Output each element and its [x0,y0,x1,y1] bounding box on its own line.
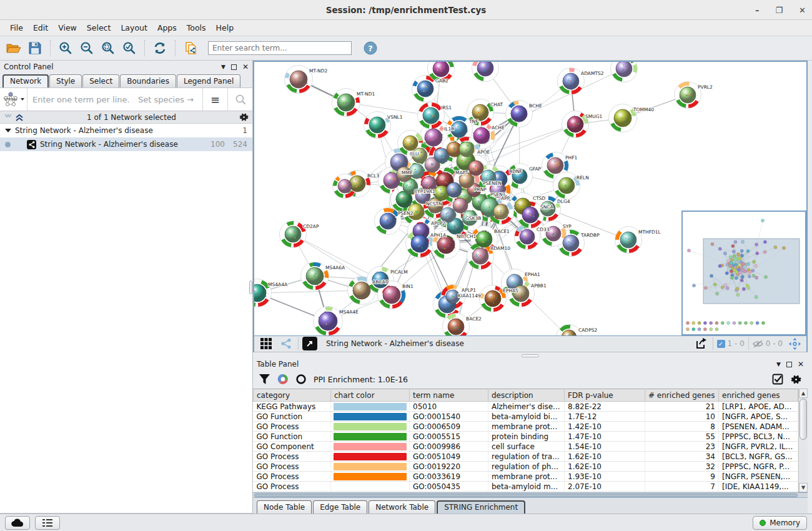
grid-view-button[interactable] [258,337,274,350]
horizontal-scrollbar[interactable] [253,492,808,497]
table-row[interactable]: GO ComponentGO:0009986cell surface1.54E-… [254,442,798,452]
string-protein-query-button[interactable]: STRING [0,88,27,111]
share-network-button[interactable] [278,337,294,350]
menu-layout[interactable]: Layout [116,21,152,34]
network-node[interactable] [319,312,337,330]
table-row[interactable]: GO ProcessGO:0006509membrane prot...1.42… [254,422,798,432]
zoom-in-button[interactable] [56,39,76,57]
table-row[interactable]: KEGG Pathways05010Alzheimer's dise...8.8… [254,402,798,412]
memory-button[interactable]: Memory [753,516,807,530]
gear-icon[interactable] [239,112,249,122]
panel-menu-icon[interactable]: ▼ [221,64,225,70]
column-header-term-name[interactable]: term name [410,389,488,402]
open-session-button[interactable] [4,39,24,57]
column-header-chart-color[interactable]: chart color [331,389,410,402]
string-options-button[interactable]: ≡ [202,88,227,111]
tab-select[interactable]: Select [82,74,119,87]
float-panel-icon[interactable] [786,362,792,367]
network-node[interactable] [448,319,464,335]
tree-row[interactable]: String Network - Alzheimer's disease1 [0,124,252,137]
search-input[interactable] [208,41,352,55]
task-history-button[interactable] [35,516,60,530]
menu-tools[interactable]: Tools [182,21,211,34]
tab-network-table[interactable]: Network Table [369,500,435,514]
panel-splitter-grip[interactable] [249,280,252,294]
panel-menu-icon[interactable]: ▼ [776,361,781,367]
tree-row[interactable]: String Network - Alzheimer's disease1005… [0,137,252,151]
menu-help[interactable]: Help [211,21,239,34]
filter-icon[interactable] [259,374,270,384]
network-node[interactable] [567,116,583,132]
column-header-category[interactable]: category [254,389,331,402]
network-node[interactable] [459,142,474,157]
scrollbar-thumb[interactable] [800,399,807,440]
menu-file[interactable]: File [5,21,28,34]
ring-chart-icon[interactable] [296,374,306,384]
network-node[interactable] [447,182,462,197]
network-node[interactable] [349,176,365,192]
expand-all-icon[interactable] [15,114,24,121]
collapse-all-icon[interactable] [4,114,12,121]
export-network-button[interactable] [693,337,709,350]
menu-view[interactable]: View [53,21,82,34]
expand-arrow-icon[interactable] [5,128,11,133]
horizontal-splitter[interactable] [253,352,808,359]
refresh-button[interactable] [150,39,170,57]
column-header-FDR-p-value[interactable]: FDR p-value [565,389,645,402]
network-node[interactable] [383,286,400,304]
tab-boundaries[interactable]: Boundaries [120,74,176,87]
tab-style[interactable]: Style [49,74,82,87]
network-view[interactable]: MT-ND2MT-ND1VSNL1GAB2ADAMTS2PVRL2TOMM40S… [253,61,808,335]
table-row[interactable]: GO FunctionGO:0001540beta-amyloid bi...1… [254,412,798,422]
close-panel-icon[interactable]: ✕ [242,62,249,71]
network-node[interactable] [417,81,433,97]
vertical-scrollbar[interactable]: ▲ ▼ [798,389,808,492]
tab-string-enrichment[interactable]: STRING Enrichment [437,500,525,514]
copy-network-button[interactable] [181,39,201,57]
network-node[interactable] [285,226,301,242]
select-columns-icon[interactable] [772,374,783,385]
string-search-button[interactable] [227,88,252,111]
column-header-description[interactable]: description [488,389,565,402]
network-node[interactable] [353,282,370,299]
table-row[interactable]: GO ProcessGO:0019220regulation of ph...1… [254,462,798,472]
menu-apps[interactable]: Apps [152,21,182,34]
fit-selected-button[interactable] [786,337,803,350]
save-session-button[interactable] [25,39,45,57]
zoom-selected-button[interactable] [119,39,139,57]
menu-select[interactable]: Select [82,21,116,34]
network-node[interactable] [433,62,449,77]
zoom-fit-button[interactable] [98,39,118,57]
zoom-out-button[interactable] [77,39,97,57]
tab-node-table[interactable]: Node Table [257,500,312,514]
close-button[interactable]: ✕ [799,6,806,15]
network-node[interactable] [493,204,508,219]
tab-edge-table[interactable]: Edge Table [313,500,367,514]
help-button[interactable]: ? [360,39,380,57]
table-row[interactable]: GO ProcessGO:0051049regulation of tra...… [254,452,798,462]
maximize-button[interactable]: ❐ [775,6,783,15]
cloud-tasks-button[interactable] [5,516,30,530]
gear-icon[interactable] [791,374,801,385]
string-term-input[interactable]: Enter one term per line. Set species → [27,95,202,104]
float-panel-icon[interactable] [231,64,237,70]
tab-network[interactable]: Network [2,74,49,87]
scroll-down-arrow[interactable]: ▼ [799,483,808,492]
column-header-enriched-genes[interactable]: enriched genes [719,389,798,402]
scroll-up-arrow[interactable]: ▲ [799,389,808,398]
species-hint[interactable]: Set species → [138,95,197,104]
annotation-mode-button[interactable] [302,337,317,350]
network-node[interactable] [547,157,563,174]
table-row[interactable]: GO FunctionGO:0005515protein binding1.47… [254,432,798,442]
network-node[interactable] [290,71,307,88]
birds-eye-view[interactable] [681,211,806,335]
menu-edit[interactable]: Edit [28,21,53,34]
network-node[interactable] [616,62,632,77]
network-node[interactable] [620,232,636,248]
network-node[interactable] [485,290,501,307]
enrichment-chart-icon[interactable] [277,374,289,385]
close-panel-icon[interactable]: ✕ [798,360,804,369]
network-node[interactable] [437,236,455,254]
column-header--enriched-genes[interactable]: # enriched genes [645,389,719,402]
tab-legend-panel[interactable]: Legend Panel [177,74,240,87]
